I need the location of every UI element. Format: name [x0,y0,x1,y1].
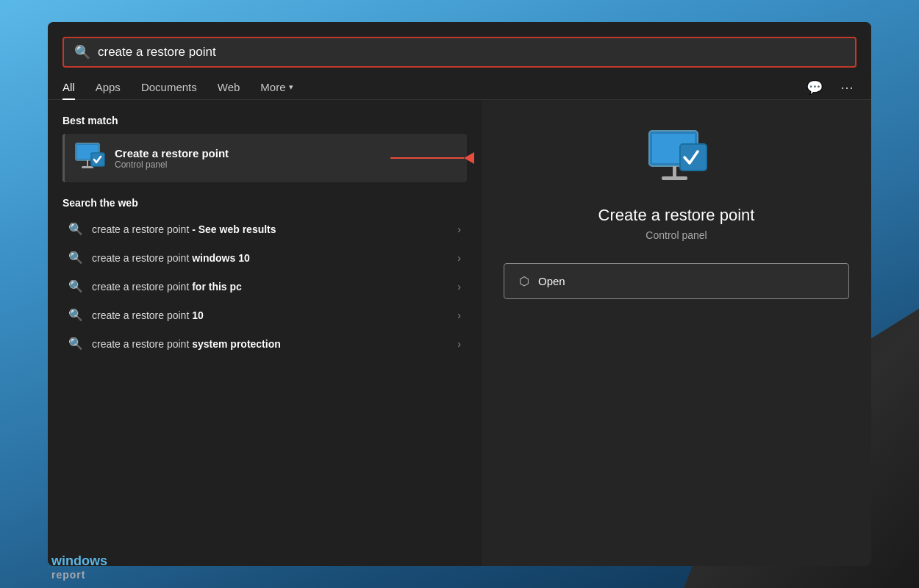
best-match-text: Create a restore point Control panel [115,147,229,170]
best-match-label: Best match [62,115,467,126]
arrow-head [464,152,474,164]
svg-rect-7 [673,166,676,176]
chevron-right-icon: › [457,223,461,235]
result-icon-area [643,129,709,191]
web-search-icon: 🔍 [68,308,83,322]
search-icon: 🔍 [74,44,90,60]
main-content: Best match Create a restore point Contro… [48,100,871,566]
tabs-right: 💬 ⋯ [804,76,857,98]
open-button[interactable]: ⬡ Open [504,263,849,299]
open-button-label: Open [538,275,565,287]
best-match-title: Create a restore point [115,147,229,159]
feedback-icon[interactable]: 💬 [804,76,826,98]
tab-all[interactable]: All [62,75,75,99]
watermark-line1: windows [51,553,107,569]
arrow-annotation [390,152,474,164]
chevron-down-icon: ▾ [289,82,293,92]
right-panel: Create a restore point Control panel ⬡ O… [482,100,871,566]
web-result-text: create a restore point 10 [92,309,448,321]
best-match-subtitle: Control panel [115,159,229,170]
restore-point-icon [75,143,106,173]
result-subtitle: Control panel [646,229,707,241]
tab-web[interactable]: Web [218,75,240,99]
watermark-line2: report [51,569,107,581]
web-search-icon: 🔍 [68,222,83,236]
tabs-area: All Apps Documents Web More ▾ 💬 ⋯ [48,68,871,100]
chevron-right-icon: › [457,252,461,264]
tab-apps[interactable]: Apps [96,75,121,99]
chevron-right-icon: › [457,338,461,350]
arrow-line [390,157,464,159]
web-result-text: create a restore point windows 10 [92,252,448,264]
watermark: windows report [51,553,107,581]
chevron-right-icon: › [457,309,461,321]
web-search-icon: 🔍 [68,279,83,293]
restore-point-large-icon [643,129,709,188]
list-item[interactable]: 🔍 create a restore point - See web resul… [62,215,467,243]
search-bar[interactable]: 🔍 [62,37,857,68]
web-search-icon: 🔍 [68,251,83,265]
left-panel: Best match Create a restore point Contro… [48,100,482,566]
search-web-label: Search the web [62,197,467,209]
web-result-text: create a restore point for this pc [92,281,448,293]
list-item[interactable]: 🔍 create a restore point 10 › [62,301,467,329]
svg-rect-8 [662,176,687,180]
result-title: Create a restore point [598,206,755,225]
chevron-right-icon: › [457,281,461,293]
search-input[interactable] [98,45,845,60]
list-item[interactable]: 🔍 create a restore point system protecti… [62,329,467,358]
tab-more[interactable]: More ▾ [260,75,293,99]
web-result-text: create a restore point - See web results [92,223,448,235]
search-panel: 🔍 All Apps Documents Web More ▾ 💬 ⋯ [48,22,871,566]
best-match-item[interactable]: Create a restore point Control panel [62,134,467,182]
more-options-icon[interactable]: ⋯ [837,76,857,98]
tab-documents[interactable]: Documents [141,75,197,99]
web-search-icon: 🔍 [68,337,83,351]
search-bar-area: 🔍 [48,22,871,68]
web-result-text: create a restore point system protection [92,338,448,350]
list-item[interactable]: 🔍 create a restore point windows 10 › [62,243,467,272]
list-item[interactable]: 🔍 create a restore point for this pc › [62,272,467,301]
open-icon: ⬡ [519,274,529,288]
